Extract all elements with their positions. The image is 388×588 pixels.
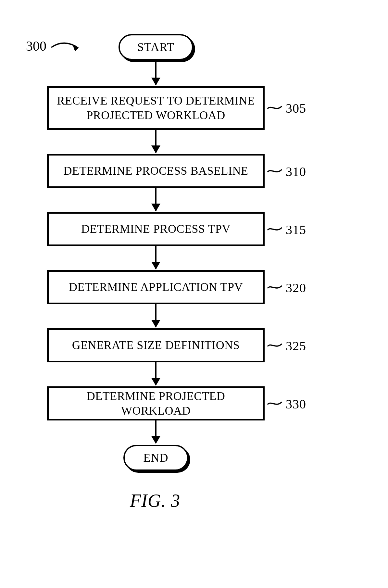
ref-315: 315 — [286, 222, 306, 237]
process-305-text: RECEIVE REQUEST TO DETERMINE PROJECTED W… — [55, 94, 257, 123]
process-330-text: DETERMINE PROJECTED WORKLOAD — [55, 389, 257, 418]
process-305: RECEIVE REQUEST TO DETERMINE PROJECTED W… — [47, 86, 265, 130]
process-320: DETERMINE APPLICATION TPV — [47, 270, 265, 304]
ref-310: 310 — [286, 164, 306, 179]
flowchart-canvas: 300 START RECEIVE REQUEST TO DETERMINE P… — [0, 0, 388, 588]
process-315-text: DETERMINE PROCESS TPV — [81, 222, 231, 236]
ref-connector-330 — [267, 398, 283, 408]
arrow-320-to-325 — [155, 304, 156, 327]
process-320-text: DETERMINE APPLICATION TPV — [69, 280, 243, 294]
process-310: DETERMINE PROCESS BASELINE — [47, 154, 265, 188]
arrow-310-to-315 — [155, 188, 156, 211]
arrow-330-to-end — [155, 420, 156, 443]
process-325-text: GENERATE SIZE DEFINITIONS — [72, 338, 240, 353]
svg-marker-0 — [72, 44, 78, 51]
arrow-315-to-320 — [155, 246, 156, 269]
arrow-start-to-305 — [155, 62, 156, 85]
ref-325: 325 — [286, 338, 306, 354]
terminator-end: END — [123, 445, 188, 471]
figure-caption: FIG. 3 — [130, 490, 180, 511]
figure-ref-300: 300 — [26, 38, 46, 54]
terminator-start-label: START — [137, 40, 174, 54]
ref-connector-305 — [267, 102, 283, 112]
arrow-305-to-310 — [155, 130, 156, 153]
process-315: DETERMINE PROCESS TPV — [47, 212, 265, 246]
process-330: DETERMINE PROJECTED WORKLOAD — [47, 386, 265, 420]
process-325: GENERATE SIZE DEFINITIONS — [47, 328, 265, 362]
ref-connector-310 — [267, 166, 283, 175]
ref-320: 320 — [286, 280, 306, 295]
arrow-325-to-330 — [155, 362, 156, 385]
ref-330: 330 — [286, 396, 306, 412]
terminator-end-label: END — [144, 451, 169, 465]
ref-305: 305 — [286, 101, 306, 116]
ref-connector-320 — [267, 282, 283, 292]
terminator-start: START — [119, 34, 193, 60]
ref-connector-325 — [267, 340, 283, 350]
ref-connector-315 — [267, 224, 283, 233]
figure-ref-arrow — [50, 38, 85, 58]
process-310-text: DETERMINE PROCESS BASELINE — [63, 164, 248, 178]
